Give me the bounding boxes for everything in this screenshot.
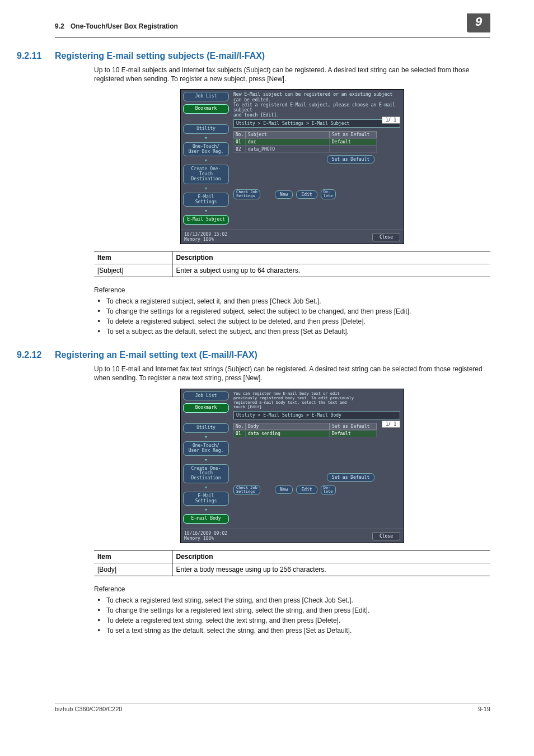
description-table: Item Description [Subject] Enter a subje… xyxy=(94,251,490,277)
section-title: Registering an E-mail setting text (E-ma… xyxy=(55,350,257,360)
new-button[interactable]: New xyxy=(275,190,293,199)
panel-breadcrumb: Utility > E-Mail Settings > E-Mail Subje… xyxy=(233,119,400,128)
list-item: To delete a registered subject, select t… xyxy=(94,316,490,326)
col-body: Body xyxy=(246,423,330,430)
cell-default xyxy=(330,146,377,153)
device-screenshot-subject: Job List Bookmark Utility ▾ One-Touch/ U… xyxy=(180,89,404,244)
new-button[interactable]: New xyxy=(275,486,293,494)
panel-statusbar: 10/16/2009 09:02 Memory 100% Close xyxy=(181,529,404,543)
col-subject: Subject xyxy=(246,131,330,138)
delete-button[interactable]: De- lete xyxy=(321,485,336,495)
close-button[interactable]: Close xyxy=(372,233,400,241)
chapter-tab: 9 xyxy=(467,13,490,32)
status-memory: Memory 100% xyxy=(184,237,227,242)
panel-email-settings-button[interactable]: E-Mail Settings xyxy=(183,193,229,207)
panel-statusbar: 10/13/2009 15:02 Memory 100% Close xyxy=(181,230,404,244)
panel-current-button[interactable]: E-Mail Subject xyxy=(183,215,229,225)
panel-instruction: New E-Mail subject can be registered or … xyxy=(233,92,400,118)
th-description: Description xyxy=(172,550,490,563)
close-button[interactable]: Close xyxy=(372,532,400,540)
reference-list: To check a registered text string, selec… xyxy=(94,595,490,636)
status-memory: Memory 100% xyxy=(184,536,227,541)
panel-create-destination-button[interactable]: Create One-Touch Destination xyxy=(183,464,229,483)
list-item: To change the settings for a registered … xyxy=(94,605,490,615)
list-item: To set a subject as the default, select … xyxy=(94,326,490,337)
panel-email-settings-button[interactable]: E-Mail Settings xyxy=(183,492,229,506)
table-row[interactable]: 02 data_PHOTO xyxy=(233,146,400,153)
cell-no: 01 xyxy=(233,138,246,146)
panel-onetouch-button[interactable]: One-Touch/ User Box Reg. xyxy=(183,441,229,456)
page-indicator: 1/ 1 xyxy=(382,421,400,428)
header-section-title: One-Touch/User Box Registration xyxy=(71,22,178,30)
panel-table-header: No. Body Set as Default xyxy=(233,423,400,430)
panel-bookmark-button[interactable]: Bookmark xyxy=(183,104,229,114)
list-item: To check a registered subject, select it… xyxy=(94,296,490,306)
panel-current-button[interactable]: E-mail Body xyxy=(183,514,229,524)
cell-no: 02 xyxy=(233,146,246,153)
reference-heading: Reference xyxy=(94,585,490,593)
description-table: Item Description [Body] Enter a body mes… xyxy=(94,550,490,576)
section-heading: 9.2.12 Registering an E-mail setting tex… xyxy=(55,350,490,360)
arrow-down-icon: ▾ xyxy=(183,484,229,490)
panel-table-header: No. Subject Set as Default xyxy=(233,131,400,138)
list-item: To delete a registered text string, sele… xyxy=(94,615,490,626)
check-job-button[interactable]: Check Job Settings xyxy=(233,189,260,199)
arrow-down-icon: ▾ xyxy=(183,208,229,213)
reference-list: To check a registered subject, select it… xyxy=(94,296,490,337)
panel-breadcrumb: Utility > E-Mail Settings > E-Mail Body xyxy=(233,411,400,419)
cell-default: Default xyxy=(330,430,377,437)
arrow-down-icon: ▾ xyxy=(183,507,229,512)
td-description: Enter a body message using up to 256 cha… xyxy=(172,563,490,576)
col-default: Set as Default xyxy=(330,131,377,138)
td-item: [Body] xyxy=(94,563,172,576)
list-item: To set a text string as the default, sel… xyxy=(94,626,490,636)
status-datetime: 10/16/2009 09:02 xyxy=(184,531,227,536)
header-section-number: 9.2 xyxy=(55,22,64,30)
panel-create-destination-button[interactable]: Create One-Touch Destination xyxy=(183,165,229,184)
th-item: Item xyxy=(94,550,172,563)
edit-button[interactable]: Edit xyxy=(296,486,317,494)
table-row[interactable]: 01 data sending Default xyxy=(233,430,400,437)
edit-button[interactable]: Edit xyxy=(296,190,317,199)
set-default-button[interactable]: Set as Default xyxy=(327,473,374,482)
list-item: To check a registered text string, selec… xyxy=(94,595,490,605)
check-job-button[interactable]: Check Job Settings xyxy=(233,485,260,495)
col-no: No. xyxy=(233,423,246,430)
cell-subject: doc xyxy=(246,138,330,146)
set-default-button[interactable]: Set as Default xyxy=(327,155,374,164)
th-item: Item xyxy=(94,251,172,264)
cell-subject: data_PHOTO xyxy=(246,146,330,153)
page-footer: bizhub C360/C280/C220 9-19 xyxy=(55,703,490,712)
footer-model: bizhub C360/C280/C220 xyxy=(55,706,122,712)
cell-default: Default xyxy=(330,138,377,146)
col-no: No. xyxy=(233,131,246,138)
th-description: Description xyxy=(172,251,490,264)
page-indicator: 1/ 1 xyxy=(382,116,400,124)
cell-body: data sending xyxy=(246,430,330,437)
intro-paragraph: Up to 10 E-mail and Internet fax text st… xyxy=(94,365,490,382)
status-datetime: 10/13/2009 15:02 xyxy=(184,232,227,237)
intro-paragraph: Up to 10 E-mail subjects and Internet fa… xyxy=(94,66,490,83)
device-screenshot-body: Job List Bookmark Utility ▾ One-Touch/ U… xyxy=(180,389,404,544)
footer-page: 9-19 xyxy=(478,706,490,712)
panel-job-list-button[interactable]: Job List xyxy=(183,391,229,401)
table-row[interactable]: 01 doc Default xyxy=(233,138,400,146)
panel-utility-button[interactable]: Utility xyxy=(183,124,229,134)
panel-job-list-button[interactable]: Job List xyxy=(183,92,229,101)
td-description: Enter a subject using up to 64 character… xyxy=(172,264,490,277)
col-default: Set as Default xyxy=(330,423,377,430)
arrow-down-icon: ▾ xyxy=(183,135,229,141)
panel-onetouch-button[interactable]: One-Touch/ User Box Reg. xyxy=(183,142,229,157)
delete-button[interactable]: De- lete xyxy=(321,189,336,199)
cell-no: 01 xyxy=(233,430,246,437)
section-title: Registering E-mail setting subjects (E-m… xyxy=(55,51,265,61)
page-header: 9.2 One-Touch/User Box Registration 9 xyxy=(55,17,490,38)
section-heading: 9.2.11 Registering E-mail setting subjec… xyxy=(55,51,490,61)
section-number: 9.2.12 xyxy=(9,350,55,360)
arrow-down-icon: ▾ xyxy=(183,157,229,163)
panel-bookmark-button[interactable]: Bookmark xyxy=(183,403,229,413)
arrow-down-icon: ▾ xyxy=(183,457,229,463)
panel-utility-button[interactable]: Utility xyxy=(183,423,229,433)
arrow-down-icon: ▾ xyxy=(183,185,229,191)
section-number: 9.2.11 xyxy=(9,51,55,61)
